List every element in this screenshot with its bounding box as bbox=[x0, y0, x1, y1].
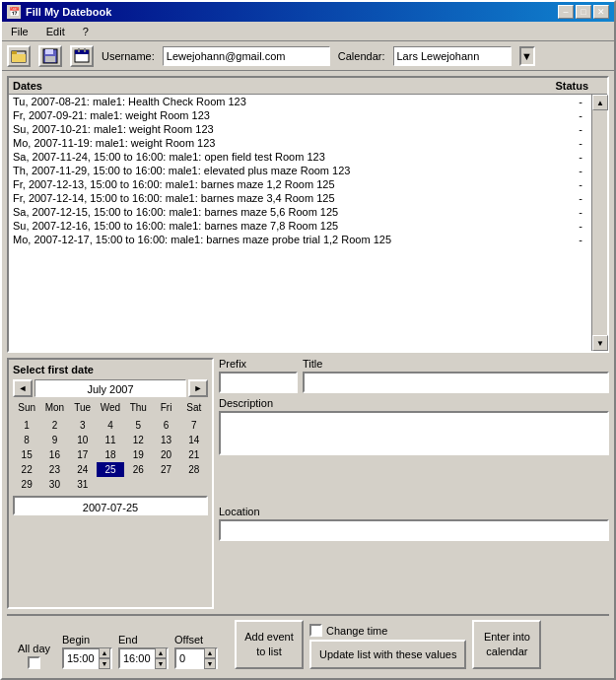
cal-day-30[interactable]: 30 bbox=[40, 477, 68, 492]
offset-input[interactable] bbox=[176, 651, 204, 665]
end-spin-down[interactable]: ▼ bbox=[155, 658, 167, 669]
title-input[interactable] bbox=[303, 372, 609, 393]
scroll-up-btn[interactable]: ▲ bbox=[592, 95, 608, 110]
dates-scrollbar[interactable]: ▲ ▼ bbox=[591, 95, 607, 351]
list-item[interactable]: Sa, 2007-12-15, 15:00 to 16:00: male1: b… bbox=[9, 205, 591, 219]
cal-day-5[interactable]: 5 bbox=[124, 418, 152, 433]
end-input[interactable] bbox=[120, 651, 155, 665]
update-list-button[interactable]: Update list with these values bbox=[309, 640, 466, 669]
cal-day-9[interactable]: 9 bbox=[40, 433, 68, 447]
date-text: Fr, 2007-12-14, 15:00 to 16:00: male1: b… bbox=[13, 192, 528, 204]
menu-file[interactable]: File bbox=[7, 25, 33, 38]
cal-header-tue: Tue bbox=[69, 401, 97, 414]
list-item[interactable]: Fr, 2007-09-21: male1: weight Room 123 - bbox=[9, 108, 591, 122]
username-input[interactable] bbox=[163, 46, 330, 66]
begin-input[interactable] bbox=[64, 651, 99, 665]
list-item[interactable]: Fr, 2007-12-14, 15:00 to 16:00: male1: b… bbox=[9, 191, 591, 205]
cal-day-26[interactable]: 26 bbox=[124, 462, 152, 477]
description-input[interactable] bbox=[219, 411, 609, 455]
menu-bar: File Edit ? bbox=[2, 22, 614, 41]
cal-day-24[interactable]: 24 bbox=[69, 462, 97, 477]
offset-spin-up[interactable]: ▲ bbox=[204, 647, 216, 658]
location-input[interactable] bbox=[219, 519, 609, 541]
menu-help[interactable]: ? bbox=[79, 25, 93, 38]
toolbar-btn-3[interactable] bbox=[70, 45, 94, 67]
date-text: Th, 2007-11-29, 15:00 to 16:00: male1: e… bbox=[13, 165, 528, 176]
cal-day-27[interactable]: 27 bbox=[152, 462, 179, 477]
title-bar: 📅 Fill My Datebook – □ ✕ bbox=[2, 2, 614, 22]
begin-spin-down[interactable]: ▼ bbox=[99, 658, 110, 669]
scroll-down-btn[interactable]: ▼ bbox=[592, 335, 608, 351]
list-item[interactable]: Fr, 2007-12-13, 15:00 to 16:00: male1: b… bbox=[9, 177, 591, 191]
allday-checkbox[interactable] bbox=[28, 656, 40, 669]
list-item[interactable]: Mo, 2007-12-17, 15:00 to 16:00: male1: b… bbox=[9, 233, 591, 246]
list-item[interactable]: Tu, 2007-08-21: male1: Health Check Room… bbox=[9, 95, 591, 108]
add-event-button[interactable]: Add event to list bbox=[235, 620, 304, 669]
date-text: Su, 2007-10-21: male1: weight Room 123 bbox=[13, 123, 528, 135]
list-item[interactable]: Su, 2007-12-16, 15:00 to 16:00: male1: b… bbox=[9, 219, 591, 233]
cal-day-25[interactable]: 25 bbox=[97, 462, 124, 477]
offset-spin-down[interactable]: ▼ bbox=[204, 658, 216, 669]
change-time-checkbox[interactable] bbox=[309, 624, 322, 637]
allday-group: All day bbox=[12, 643, 56, 669]
calendar-section: Select first date ◄ July 2007 ► Sun Mon … bbox=[7, 358, 214, 609]
dates-col-header: Dates bbox=[13, 80, 544, 92]
list-item[interactable]: Mo, 2007-11-19: male1: weight Room 123 - bbox=[9, 136, 591, 150]
save-icon bbox=[42, 48, 58, 64]
date-text: Su, 2007-12-16, 15:00 to 16:00: male1: b… bbox=[13, 220, 528, 232]
cal-day-2[interactable]: 2 bbox=[40, 418, 68, 433]
list-item[interactable]: Th, 2007-11-29, 15:00 to 16:00: male1: e… bbox=[9, 164, 591, 177]
scroll-track[interactable] bbox=[592, 110, 607, 335]
cal-day-20[interactable]: 20 bbox=[152, 447, 179, 462]
cal-day-4[interactable]: 4 bbox=[97, 418, 124, 433]
cal-header-mon: Mon bbox=[40, 401, 68, 414]
date-text: Mo, 2007-12-17, 15:00 to 16:00: male1: b… bbox=[13, 234, 528, 245]
calendar-next-btn[interactable]: ► bbox=[188, 379, 208, 397]
cal-day-13[interactable]: 13 bbox=[152, 433, 179, 447]
dates-list[interactable]: Tu, 2007-08-21: male1: Health Check Room… bbox=[9, 95, 591, 351]
toolbar: Username: Calendar: ▼ bbox=[2, 41, 614, 71]
maximize-button[interactable]: □ bbox=[576, 5, 591, 19]
cal-day-6[interactable]: 6 bbox=[152, 418, 179, 433]
status-text: - bbox=[528, 192, 587, 204]
cal-header-thu: Thu bbox=[124, 401, 152, 414]
cal-day-23[interactable]: 23 bbox=[40, 462, 68, 477]
cal-day-31[interactable]: 31 bbox=[69, 477, 97, 492]
cal-day-14[interactable]: 14 bbox=[180, 433, 208, 447]
calendar-month: July 2007 bbox=[34, 379, 186, 397]
cal-day-29[interactable]: 29 bbox=[13, 477, 40, 492]
offset-spinner: ▲ ▼ bbox=[204, 647, 216, 669]
cal-day-3[interactable]: 3 bbox=[69, 418, 97, 433]
cal-day-12[interactable]: 12 bbox=[124, 433, 152, 447]
enter-calendar-button[interactable]: Enter into calendar bbox=[472, 620, 541, 669]
calendar-dropdown-btn[interactable]: ▼ bbox=[519, 46, 535, 66]
menu-edit[interactable]: Edit bbox=[42, 25, 69, 38]
cal-day-15[interactable]: 15 bbox=[13, 447, 40, 462]
status-text: - bbox=[528, 220, 587, 232]
cal-day-22[interactable]: 22 bbox=[13, 462, 40, 477]
cal-day-7[interactable]: 7 bbox=[180, 418, 208, 433]
cal-day-17[interactable]: 17 bbox=[69, 447, 97, 462]
svg-rect-4 bbox=[45, 49, 53, 54]
calendar-input[interactable] bbox=[393, 46, 512, 66]
begin-spin-up[interactable]: ▲ bbox=[99, 647, 110, 658]
minimize-button[interactable]: – bbox=[558, 5, 574, 19]
toolbar-btn-1[interactable] bbox=[7, 45, 31, 67]
cal-day-10[interactable]: 10 bbox=[69, 433, 97, 447]
end-spin-up[interactable]: ▲ bbox=[155, 647, 167, 658]
cal-day-21[interactable]: 21 bbox=[180, 447, 208, 462]
toolbar-btn-2[interactable] bbox=[38, 45, 62, 67]
cal-day-11[interactable]: 11 bbox=[97, 433, 124, 447]
cal-day-16[interactable]: 16 bbox=[40, 447, 68, 462]
cal-day-19[interactable]: 19 bbox=[124, 447, 152, 462]
calendar-prev-btn[interactable]: ◄ bbox=[13, 379, 33, 397]
calendar-nav: ◄ July 2007 ► bbox=[13, 379, 208, 397]
list-item[interactable]: Sa, 2007-11-24, 15:00 to 16:00: male1: o… bbox=[9, 150, 591, 164]
cal-day-18[interactable]: 18 bbox=[97, 447, 124, 462]
prefix-input[interactable] bbox=[219, 372, 298, 393]
cal-day-8[interactable]: 8 bbox=[13, 433, 40, 447]
list-item[interactable]: Su, 2007-10-21: male1: weight Room 123 - bbox=[9, 122, 591, 136]
cal-day-28[interactable]: 28 bbox=[180, 462, 208, 477]
cal-day-1[interactable]: 1 bbox=[13, 418, 40, 433]
close-button[interactable]: ✕ bbox=[593, 5, 609, 19]
